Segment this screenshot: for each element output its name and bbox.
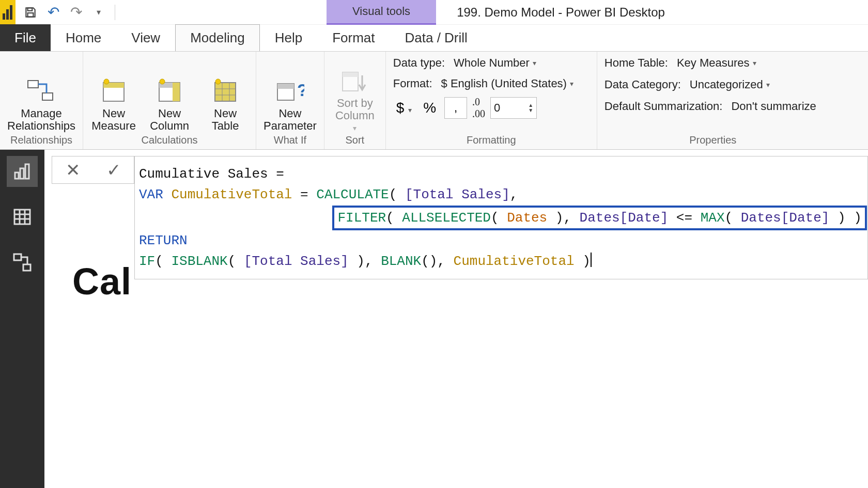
tab-file[interactable]: File [0,24,51,51]
tab-modeling[interactable]: Modeling [175,24,260,51]
group-sort: Sort by Column ▾ Sort [324,52,386,149]
redo-button[interactable]: ↷ [66,3,86,22]
title-bar: ↶ ↷ ▾ Visual tools 199. Demo Model - Pow… [0,0,868,25]
new-parameter-button[interactable]: ? New Parameter [264,77,317,132]
svg-rect-4 [28,13,34,17]
sort-icon [339,67,370,95]
data-category-dropdown[interactable]: Uncategorized ▾ [686,76,773,93]
thousands-separator-button[interactable]: , [444,97,467,119]
decimals-icon: .0.00 [472,96,485,120]
formula-bar-controls: ✕ ✓ [52,156,134,184]
group-properties: Home Table: Key Measures ▾ Data Category… [597,52,829,149]
group-what-if: ? New Parameter What If [256,52,324,149]
home-table-dropdown[interactable]: Key Measures ▾ [673,55,760,71]
summarization-label: Default Summarization: [605,100,723,113]
group-formatting: Data type: Whole Number ▾ Format: $ Engl… [386,52,597,149]
svg-point-19 [215,79,221,84]
data-type-label: Data type: [393,56,445,70]
formula-bar[interactable]: Cumulative Sales = VAR CumulativeTotal =… [134,156,868,279]
tab-format[interactable]: Format [317,24,390,51]
tab-view[interactable]: View [116,24,175,51]
currency-button[interactable]: $ ▾ [393,100,415,116]
svg-rect-14 [215,83,236,101]
tab-help[interactable]: Help [260,24,317,51]
new-column-button[interactable]: New Column [146,77,193,132]
contextual-tab-visual-tools[interactable]: Visual tools [327,0,436,25]
report-workspace: ✕ ✓ Cumulative Sales = VAR CumulativeTot… [44,150,868,488]
decimal-places-spinner[interactable]: 0 ▲▼ [490,97,537,119]
ribbon-tab-strip: File Home View Modeling Help Format Data… [0,25,868,52]
group-label: Calculations [142,132,198,148]
svg-text:?: ? [297,80,304,100]
format-label: Format: [393,77,432,90]
group-relationships: Manage Relationships Relationships [0,52,83,149]
svg-rect-1 [6,9,9,20]
svg-rect-2 [10,5,12,20]
formula-commit-button[interactable]: ✓ [106,160,121,180]
page-title-partial: Cal [72,260,132,303]
percent-button[interactable]: % [420,100,439,116]
svg-rect-21 [277,84,294,89]
window-title: 199. Demo Model - Power BI Desktop [457,5,665,20]
parameter-icon: ? [274,77,305,105]
separator [115,5,115,20]
sort-by-column-button: Sort by Column ▾ [332,67,378,132]
chevron-down-icon: ▾ [353,124,357,132]
chevron-down-icon: ▾ [766,81,770,89]
view-switcher-rail [0,150,44,488]
ribbon: Manage Relationships Relationships New M… [0,52,868,150]
model-view-button[interactable] [7,247,38,278]
group-calculations: New Measure New Column New Table Calcula… [83,52,256,149]
format-dropdown[interactable]: $ English (United States) ▾ [438,75,577,92]
quick-access-toolbar: ↶ ↷ ▾ [16,3,123,22]
app-icon [0,0,16,25]
data-view-button[interactable] [7,201,38,232]
svg-rect-0 [3,13,5,20]
svg-rect-3 [28,8,33,10]
group-label: Relationships [10,132,72,148]
svg-rect-27 [25,164,29,179]
formula-cancel-button[interactable]: ✕ [66,160,80,180]
report-view-button[interactable] [7,156,38,187]
svg-rect-25 [15,172,19,179]
svg-point-9 [104,79,109,84]
tab-data-drill[interactable]: Data / Drill [390,24,483,51]
summarization-dropdown[interactable]: Don't summarize [727,98,819,115]
data-category-label: Data Category: [605,78,681,91]
relationships-icon [26,77,57,105]
svg-rect-34 [23,264,30,271]
home-table-label: Home Table: [605,56,668,70]
svg-rect-28 [14,210,30,224]
table-icon [210,77,241,105]
data-type-dropdown[interactable]: Whole Number ▾ [450,55,540,71]
column-icon [154,77,185,105]
svg-point-13 [160,79,165,84]
new-measure-button[interactable]: New Measure [90,77,137,132]
save-button[interactable] [21,3,40,22]
qat-customize-button[interactable]: ▾ [89,3,109,22]
manage-relationships-button[interactable]: Manage Relationships [7,77,75,132]
undo-button[interactable]: ↶ [43,3,63,22]
new-table-button[interactable]: New Table [202,77,249,132]
chevron-down-icon: ▾ [533,59,536,67]
svg-rect-5 [28,81,38,88]
group-label: Sort [345,132,364,148]
group-label: Properties [689,132,736,148]
chevron-down-icon: ▾ [753,59,756,67]
svg-rect-33 [14,254,21,260]
svg-rect-24 [343,72,358,77]
chevron-down-icon: ▾ [570,80,574,88]
tab-home[interactable]: Home [51,24,116,51]
group-label: Formatting [467,132,516,148]
measure-icon [98,77,129,105]
group-label: What If [274,132,306,148]
svg-rect-12 [173,83,180,101]
svg-rect-26 [20,168,24,179]
svg-rect-6 [42,93,53,100]
